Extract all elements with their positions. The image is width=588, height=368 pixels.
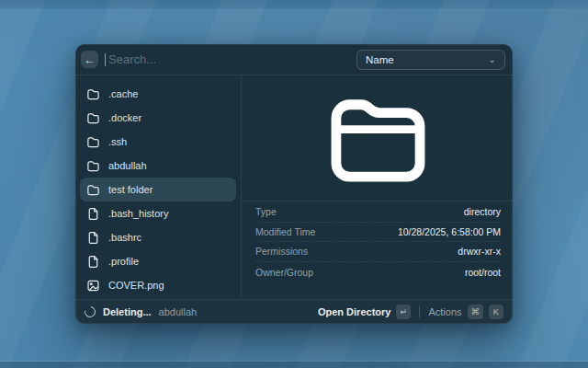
sidebar-item-profile[interactable]: .profile xyxy=(80,249,236,273)
folder-icon xyxy=(86,135,100,149)
metadata-row-modified-time: Modified Time 10/28/2025, 6:58:00 PM xyxy=(255,223,501,243)
sidebar-item-label: .bashrc xyxy=(108,232,141,243)
metadata-row-owner-group: Owner/Group root/root xyxy=(255,262,501,282)
back-arrow-icon: ← xyxy=(85,54,96,65)
metadata-label: Owner/Group xyxy=(255,267,313,278)
open-directory-button[interactable]: Open Directory xyxy=(318,306,390,317)
search-input[interactable] xyxy=(105,52,350,66)
k-key-badge: K xyxy=(489,305,503,319)
folder-icon xyxy=(86,183,100,197)
sort-dropdown[interactable]: Name ⌄ xyxy=(356,50,505,70)
metadata-label: Permissions xyxy=(255,246,308,257)
back-button[interactable]: ← xyxy=(81,51,98,68)
chevron-down-icon: ⌄ xyxy=(489,55,496,64)
detail-panel: Type directory Modified Time 10/28/2025,… xyxy=(242,75,513,299)
sidebar-item-label: COVER.png xyxy=(108,280,164,291)
preview-area xyxy=(242,75,513,201)
metadata-value: drwxr-xr-x xyxy=(458,246,501,257)
footer-divider xyxy=(419,306,420,317)
sidebar-item-cache[interactable]: .cache xyxy=(80,82,236,106)
desktop-background: ← Name ⌄ .cache .docker xyxy=(0,0,588,368)
status-target-label: abdullah xyxy=(159,306,198,317)
sidebar-item-docker[interactable]: .docker xyxy=(80,106,236,130)
cmd-key-badge: ⌘ xyxy=(468,305,484,319)
folder-icon xyxy=(86,87,100,101)
metadata-row-permissions: Permissions drwxr-xr-x xyxy=(255,242,501,262)
file-search-window: ← Name ⌄ .cache .docker xyxy=(75,44,513,324)
text-caret xyxy=(105,53,106,66)
enter-key-badge: ↵ xyxy=(396,305,411,319)
metadata-value: root/root xyxy=(465,267,501,278)
file-icon xyxy=(86,255,100,269)
folder-icon xyxy=(86,111,100,125)
sidebar-item-cover-png[interactable]: COVER.png xyxy=(80,273,236,297)
sidebar-item-bash-history[interactable]: .bash_history xyxy=(80,201,236,225)
sidebar-item-label: .profile xyxy=(108,256,139,267)
file-icon xyxy=(86,207,100,221)
metadata-label: Modified Time xyxy=(255,226,315,237)
metadata-value: directory xyxy=(464,206,501,217)
sidebar-item-ssh[interactable]: .ssh xyxy=(80,130,236,154)
metadata-row-type: Type directory xyxy=(255,202,501,223)
window-body: .cache .docker .ssh abdullah test folder xyxy=(75,75,513,299)
image-icon xyxy=(86,279,100,293)
sidebar-item-label: test folder xyxy=(108,184,153,195)
loading-spinner-icon xyxy=(83,305,98,320)
file-list-sidebar: .cache .docker .ssh abdullah test folder xyxy=(75,75,242,299)
sidebar-item-label: .ssh xyxy=(108,136,127,147)
file-icon xyxy=(86,231,100,245)
metadata-value: 10/28/2025, 6:58:00 PM xyxy=(398,226,501,237)
sort-dropdown-value: Name xyxy=(366,54,394,65)
folder-icon xyxy=(86,159,100,173)
footer-bar: Deleting... abdullah Open Directory ↵ Ac… xyxy=(75,299,513,324)
metadata-label: Type xyxy=(255,206,277,217)
status-action-label: Deleting... xyxy=(103,306,152,317)
sidebar-item-abdullah[interactable]: abdullah xyxy=(80,154,236,178)
sidebar-item-label: abdullah xyxy=(108,160,147,171)
sidebar-item-bashrc[interactable]: .bashrc xyxy=(80,225,236,249)
actions-button[interactable]: Actions xyxy=(428,306,461,317)
sidebar-item-label: .bash_history xyxy=(108,208,168,219)
folder-large-icon xyxy=(328,94,427,183)
sidebar-item-label: .cache xyxy=(108,88,138,99)
search-field-wrap xyxy=(105,44,350,75)
sidebar-item-label: .docker xyxy=(108,112,141,123)
metadata-table: Type directory Modified Time 10/28/2025,… xyxy=(242,201,513,299)
search-header: ← Name ⌄ xyxy=(75,44,513,75)
sidebar-item-test-folder[interactable]: test folder xyxy=(80,178,236,201)
footer-actions: Open Directory ↵ Actions ⌘ K xyxy=(318,305,503,319)
